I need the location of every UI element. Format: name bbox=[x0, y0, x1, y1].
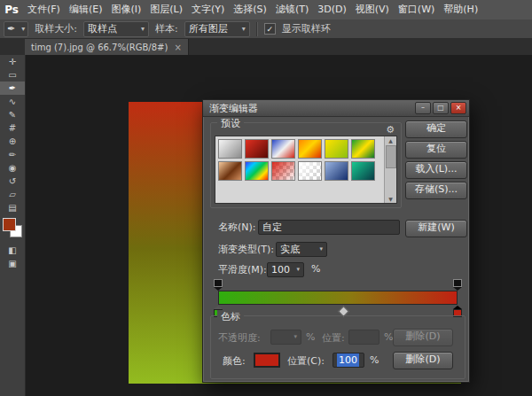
menu-item[interactable]: 滤镜(T) bbox=[271, 0, 313, 19]
preset-panel: ▲ ▼ bbox=[215, 136, 397, 204]
preset-white-to-transparent[interactable] bbox=[298, 161, 322, 181]
move-tool[interactable]: ✛ bbox=[0, 55, 25, 68]
check-icon: ✓ bbox=[266, 25, 273, 34]
separator bbox=[256, 22, 258, 36]
name-value: 自定 bbox=[262, 221, 282, 234]
sample-size-dropdown[interactable]: 取样点 ▾ bbox=[83, 21, 149, 37]
tool-preset-chip[interactable]: ✒ ▾ bbox=[4, 21, 28, 37]
foreground-color[interactable] bbox=[3, 218, 16, 231]
preset-red-to-dark[interactable] bbox=[245, 139, 269, 159]
close-button[interactable]: × bbox=[450, 102, 466, 114]
quick-selection-tool[interactable]: ✎ bbox=[0, 108, 25, 121]
menu-item[interactable]: 编辑(E) bbox=[65, 0, 107, 19]
new-button[interactable]: 新建(W) bbox=[405, 220, 467, 237]
brush-tool[interactable]: ✏ bbox=[0, 148, 25, 161]
preset-grid bbox=[215, 136, 385, 203]
color-position-input[interactable]: 100 bbox=[332, 353, 364, 368]
chevron-down-icon: ▾ bbox=[296, 263, 300, 276]
marquee-tool[interactable]: ▭ bbox=[0, 68, 25, 82]
options-bar: ✒ ▾ 取样大小: 取样点 ▾ 样本: 所有图层 ▾ ✓ 显示取样环 bbox=[0, 19, 532, 39]
minimize-button[interactable]: – bbox=[415, 102, 431, 114]
toolbar-bottom: ◧ ▣ bbox=[0, 244, 25, 270]
eyedropper-tool[interactable]: ✒ bbox=[0, 82, 25, 95]
eraser-tool[interactable]: ▱ bbox=[0, 188, 25, 201]
opacity-input: ▾ bbox=[270, 330, 301, 345]
smoothness-value: 100 bbox=[271, 263, 290, 276]
name-input[interactable]: 自定 bbox=[258, 220, 400, 235]
menu-item[interactable]: 帮助(H) bbox=[439, 0, 482, 19]
tool-panel: ✛▭✒∿✎#⊕✏◉↺▱▤ ◧ ▣ bbox=[0, 55, 26, 396]
menu-item[interactable]: 图像(I) bbox=[106, 0, 145, 19]
chevron-down-icon: ▾ bbox=[319, 243, 323, 256]
history-brush-tool[interactable]: ↺ bbox=[0, 175, 25, 188]
delete-opacity-button: 删除(D) bbox=[393, 329, 453, 346]
position-percent: % bbox=[384, 331, 393, 343]
menu-item[interactable]: 窗口(W) bbox=[394, 0, 439, 19]
preset-orange-yellow-red[interactable] bbox=[298, 139, 322, 159]
crop-tool[interactable]: # bbox=[0, 121, 25, 135]
opacity-stop-body bbox=[453, 279, 462, 287]
menu-item[interactable]: 视图(V) bbox=[351, 0, 394, 19]
app-logo: Ps bbox=[0, 4, 23, 16]
preset-copper[interactable] bbox=[218, 161, 242, 181]
maximize-button[interactable]: □ bbox=[433, 102, 449, 114]
load-button[interactable]: 载入(L)... bbox=[405, 161, 467, 179]
sample-size-value: 取样点 bbox=[88, 22, 117, 35]
opacity-position-input bbox=[348, 330, 379, 345]
name-label: 名称(N): bbox=[218, 221, 256, 234]
delete-color-button[interactable]: 删除(D) bbox=[393, 352, 453, 369]
preset-blue-white-red[interactable] bbox=[271, 139, 295, 159]
gradient-tool[interactable]: ▤ bbox=[0, 201, 25, 214]
presets-label: 预设 bbox=[217, 117, 244, 130]
preset-foreground-to-background[interactable] bbox=[218, 139, 242, 159]
preset-green-yellow-green[interactable] bbox=[351, 139, 375, 159]
chevron-down-icon: ▾ bbox=[242, 25, 246, 33]
show-ring-label: 显示取样环 bbox=[282, 22, 331, 35]
opacity-stop-left[interactable] bbox=[214, 279, 223, 291]
menu-item[interactable]: 3D(D) bbox=[313, 0, 351, 19]
sample-size-label: 取样大小: bbox=[35, 22, 77, 35]
scroll-up-icon[interactable]: ▲ bbox=[385, 137, 396, 144]
menu-item[interactable]: 文字(Y) bbox=[187, 0, 229, 19]
sample-dropdown[interactable]: 所有图层 ▾ bbox=[184, 21, 250, 37]
color-swatches[interactable] bbox=[2, 217, 23, 238]
smoothness-label: 平滑度(M): bbox=[218, 263, 267, 276]
scroll-down-icon[interactable]: ▼ bbox=[385, 196, 396, 202]
quick-mask-button[interactable]: ◧ bbox=[0, 244, 25, 257]
healing-brush-tool[interactable]: ⊕ bbox=[0, 135, 25, 148]
gradient-type-dropdown[interactable]: 实底 ▾ bbox=[276, 242, 327, 257]
scrollbar-thumb[interactable] bbox=[386, 145, 396, 168]
color-swatch-button[interactable] bbox=[254, 353, 280, 368]
smoothness-input[interactable]: 100 ▾ bbox=[267, 262, 304, 277]
menu-item[interactable]: 文件(F) bbox=[23, 0, 65, 19]
menu-item[interactable]: 图层(L) bbox=[145, 0, 187, 19]
save-button[interactable]: 存储(S)... bbox=[405, 182, 467, 199]
document-tab[interactable]: timg (7).jpg @ 66.7%(RGB/8#) × bbox=[25, 39, 189, 55]
preset-scrollbar[interactable]: ▲ ▼ bbox=[384, 136, 396, 203]
preset-yellow-green[interactable] bbox=[325, 139, 348, 159]
preset-spectrum[interactable] bbox=[245, 161, 269, 181]
preset-blue-dark-blue[interactable] bbox=[325, 161, 348, 181]
sample-label: 样本: bbox=[155, 22, 178, 35]
opacity-stop-right[interactable] bbox=[453, 279, 462, 291]
gradient-type-value: 实底 bbox=[280, 243, 300, 256]
stops-group: 色标 bbox=[210, 315, 466, 379]
gradient-editor-dialog: 渐变编辑器 – □ × 预设 ⚙ ▲ ▼ 确定 复位 载入(L)... bbox=[202, 99, 470, 383]
tab-close-icon[interactable]: × bbox=[174, 43, 181, 52]
dialog-titlebar[interactable]: 渐变编辑器 – □ × bbox=[203, 100, 469, 117]
preset-red-to-transparent[interactable] bbox=[271, 161, 295, 181]
gear-icon[interactable]: ⚙ bbox=[386, 124, 395, 136]
preset-green-cyan-dark[interactable] bbox=[351, 161, 375, 181]
screen-mode-button[interactable]: ▣ bbox=[0, 257, 25, 270]
reset-button[interactable]: 复位 bbox=[405, 141, 467, 159]
eyedropper-icon: ✒ bbox=[7, 23, 15, 35]
opacity-stop-body bbox=[214, 279, 223, 287]
show-ring-checkbox[interactable]: ✓ bbox=[264, 23, 276, 35]
gradient-preview-bar[interactable] bbox=[218, 291, 458, 305]
menu-item[interactable]: 选择(S) bbox=[229, 0, 271, 19]
clone-stamp-tool[interactable]: ◉ bbox=[0, 161, 25, 175]
lasso-tool[interactable]: ∿ bbox=[0, 95, 25, 108]
chevron-down-icon: ▾ bbox=[141, 25, 145, 33]
ok-button[interactable]: 确定 bbox=[405, 120, 467, 138]
opacity-percent: % bbox=[306, 331, 315, 343]
